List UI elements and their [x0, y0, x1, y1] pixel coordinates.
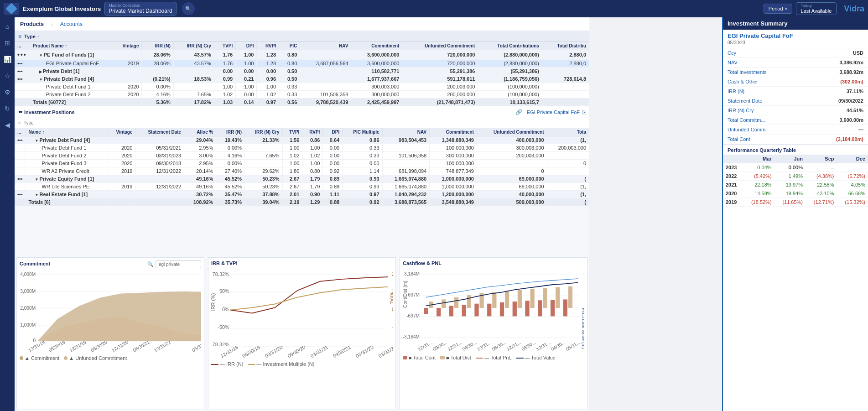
table-row[interactable]: ••• Private Debt Fund [4] (0.21%) 18.53%…: [15, 75, 589, 83]
row-product-name[interactable]: Private Debt Fund 2: [30, 91, 112, 99]
col-stmt-date[interactable]: Statement Date: [135, 128, 184, 136]
row-name[interactable]: Real Estate Fund [1]: [26, 191, 108, 198]
table-row[interactable]: Private Debt Fund 3 2020 09/30/2018 2.95…: [15, 160, 589, 167]
top-section-header: ≡ Type ↑: [15, 31, 589, 42]
col-tvpi[interactable]: TVPI: [214, 42, 235, 50]
table-row[interactable]: Private Debt Fund 2 2020 4.16% 7.65% 1.0…: [15, 91, 589, 99]
col-pic[interactable]: PIC: [279, 42, 300, 50]
table-row[interactable]: WR Life Sciences PE 2019 12/31/2022 49.1…: [15, 183, 589, 191]
col-unfunded[interactable]: Unfunded Commitment: [402, 42, 478, 50]
nav-collection-dropdown[interactable]: Master Collection Private Market Dashboa…: [104, 2, 176, 16]
row-dots: •••: [15, 136, 26, 144]
row-name[interactable]: Private Debt Fund 3: [26, 160, 108, 167]
col-nav[interactable]: NAV: [300, 42, 351, 50]
col-pic[interactable]: PIC Multiple: [343, 128, 382, 136]
col-commitment[interactable]: Commitment: [351, 42, 402, 50]
row-name[interactable]: WR Life Sciences PE: [26, 183, 108, 191]
col-total-dist[interactable]: Total Distribu: [542, 42, 589, 50]
col-dpi[interactable]: DPI: [323, 128, 343, 136]
row-name[interactable]: Private Debt Fund 1: [26, 144, 108, 152]
row-alloc: 20.14%: [184, 167, 216, 175]
sidebar-chart-icon[interactable]: 📊: [2, 54, 13, 65]
table-row[interactable]: Private Debt Fund 1 2020 05/31/2021 2.95…: [15, 144, 589, 152]
table-row[interactable]: Private Debt Fund 2 2020 03/31/2023 3.00…: [15, 152, 589, 160]
total-dist-legend-label: ■ Total Dist: [446, 355, 471, 360]
table-row[interactable]: Private Debt Fund 1 2020 0.00% 1.00 1.00…: [15, 83, 589, 91]
row-commitment: 300,000,000: [430, 152, 477, 160]
col-nav[interactable]: NAV: [382, 128, 430, 136]
sidebar-grid-icon[interactable]: ⊞: [3, 37, 12, 48]
row-tvpi: 1.02: [282, 152, 302, 160]
search-button[interactable]: 🔍: [182, 2, 195, 15]
col-name[interactable]: Name ↑: [26, 128, 108, 136]
col-dpi[interactable]: DPI: [236, 42, 257, 50]
row-pic: 0.56: [279, 99, 300, 106]
row-product-name[interactable]: Private Debt [1]: [30, 68, 112, 75]
nav-logo[interactable]: [4, 3, 19, 15]
row-product-name[interactable]: EGI Private Capital FoF: [30, 60, 112, 68]
table-row[interactable]: WR A2 Private Credit 2019 12/31/2022 20.…: [15, 167, 589, 175]
col-total[interactable]: Tota: [547, 128, 589, 136]
tab-products[interactable]: Products: [18, 20, 46, 28]
row-total: (: [547, 198, 589, 206]
col-tvpi[interactable]: TVPI: [282, 128, 302, 136]
perf-row: 2023 0.04% 0.00% --: [723, 163, 868, 172]
positions-expand-icon[interactable]: ⇔: [18, 109, 22, 115]
row-product-name[interactable]: Private Debt Fund [4]: [30, 75, 112, 83]
period-dropdown[interactable]: Period ▾: [764, 4, 792, 14]
row-vintage: [112, 68, 142, 75]
last-available-label: Last Available: [801, 8, 832, 14]
row-unfunded: 200,000,000: [402, 91, 478, 99]
col-irr-n[interactable]: IRR (N): [142, 42, 173, 50]
col-total-cont[interactable]: Total Contributions: [478, 42, 542, 50]
summary-label-irr-n-cry: IRR (N) Cry: [728, 108, 754, 113]
perf-row: 2022 (5.42%) 1.49% (4.38%) (6.72%): [723, 172, 868, 181]
table-row[interactable]: ••• Private Equity Fund [1] 49.16% 45.52…: [15, 175, 589, 183]
col-alloc[interactable]: Alloc %: [184, 128, 216, 136]
table-row[interactable]: ••• PE Fund of Funds [1] 28.06% 43.57% 1…: [15, 50, 589, 60]
col-unfunded[interactable]: Unfunded Commitment: [477, 128, 547, 136]
row-unfunded: 591,178,611: [402, 75, 478, 83]
col-vintage[interactable]: Vintage: [108, 128, 135, 136]
table-row[interactable]: ••• Private Debt [1] 0.00 0.00 0.00 0.50…: [15, 68, 589, 75]
top-data-table: ... Product Name ↑ Vintage IRR (N) IRR (…: [15, 42, 589, 106]
perf-dec: (6.72%): [837, 172, 868, 181]
row-total-dist: [542, 68, 589, 75]
row-irr-n: 35.73%: [216, 198, 245, 206]
col-commitment[interactable]: Commitment: [430, 128, 477, 136]
col-rvpi[interactable]: RVPI: [302, 128, 323, 136]
tab-accounts[interactable]: Accounts: [58, 20, 84, 28]
row-product-name[interactable]: Private Debt Fund 1: [30, 83, 112, 91]
row-name[interactable]: Private Debt Fund [4]: [26, 136, 108, 144]
sidebar-collapse-icon[interactable]: ◀: [3, 120, 12, 130]
col-irr-n-cry[interactable]: IRR (N) Cry: [244, 128, 282, 136]
row-dpi: 1.00: [236, 60, 257, 68]
row-name[interactable]: Private Debt Fund 2: [26, 152, 108, 160]
col-irr-n-cry[interactable]: IRR (N) Cry: [173, 42, 214, 50]
col-vintage[interactable]: Vintage: [112, 42, 142, 50]
row-tvpi: 1.00: [214, 83, 235, 91]
last-available-dropdown[interactable]: Today Last Available: [796, 2, 837, 15]
sidebar-refresh-icon[interactable]: ↻: [3, 103, 12, 114]
table-row[interactable]: ••• Real Estate Fund [1] 30.72% 35.47% 3…: [15, 191, 589, 198]
positions-fund-link[interactable]: EGI Private Capital FoF: [527, 109, 580, 115]
col-product-name[interactable]: Product Name ↑: [30, 42, 112, 50]
row-product-name[interactable]: PE Fund of Funds [1]: [30, 50, 112, 60]
summary-row-total-inv: Total Investments 3,688.92m: [723, 68, 868, 77]
row-total-cont: (55,291,386): [478, 68, 542, 75]
row-vintage: 2020: [108, 144, 135, 152]
col-rvpi[interactable]: RVPI: [257, 42, 279, 50]
table-row[interactable]: ••• Private Debt Fund [4] 29.04% 19.43% …: [15, 136, 589, 144]
sidebar-star-icon[interactable]: ☆: [3, 70, 12, 81]
commitment-search-input[interactable]: [156, 260, 201, 268]
perf-mar: (5.42%): [743, 172, 774, 181]
row-name[interactable]: Private Equity Fund [1]: [26, 175, 108, 183]
col-irr-n[interactable]: IRR (N): [216, 128, 245, 136]
row-dots: [15, 152, 26, 160]
svg-text:-1.19: -1.19: [392, 324, 393, 330]
row-name[interactable]: WR A2 Private Credit: [26, 167, 108, 175]
sidebar-home-icon[interactable]: ⌂: [4, 21, 11, 32]
sidebar-filter-icon[interactable]: ⚙: [3, 87, 12, 98]
copy-icon[interactable]: ⎘: [582, 109, 586, 115]
table-row[interactable]: ••• EGI Private Capital FoF 2019 28.06% …: [15, 60, 589, 68]
